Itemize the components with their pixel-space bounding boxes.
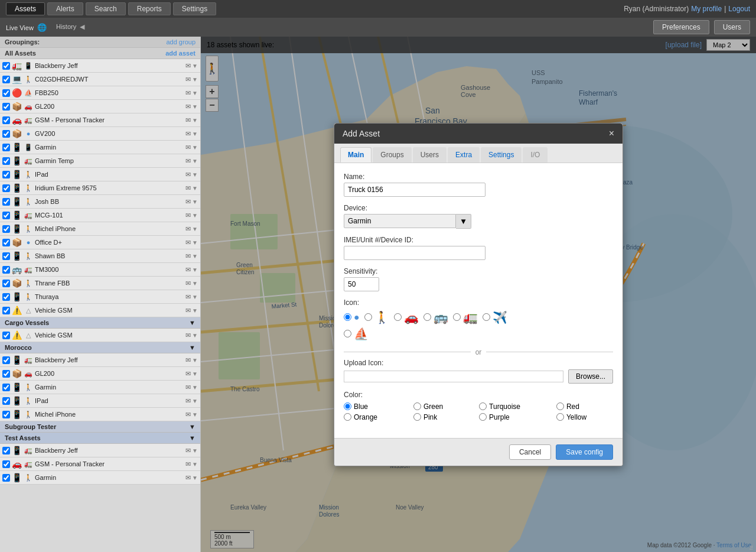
expand-icon[interactable]: ▼ [192, 226, 198, 232]
message-icon[interactable]: ✉ [185, 184, 191, 192]
asset-name[interactable]: Blackberry Jeff [35, 62, 184, 69]
asset-checkbox[interactable] [2, 144, 10, 151]
asset-checkbox[interactable] [2, 252, 10, 260]
resize-handle[interactable]: ⠿ [749, 545, 756, 552]
asset-name[interactable]: TM3000 [35, 266, 184, 273]
morocco-expand-icon[interactable]: ▼ [189, 344, 195, 351]
tab-extra[interactable]: Extra [448, 147, 480, 163]
asset-checkbox[interactable] [2, 103, 10, 111]
asset-checkbox[interactable] [2, 212, 10, 219]
color-radio-pink[interactable] [413, 413, 421, 421]
message-icon[interactable]: ✉ [185, 307, 191, 314]
color-radio-turquoise[interactable] [479, 402, 487, 410]
icon-radio-car[interactable] [394, 313, 402, 321]
asset-name[interactable]: GV200 [35, 130, 184, 137]
asset-checkbox[interactable] [2, 157, 10, 165]
asset-name[interactable]: GL200 [35, 370, 184, 377]
message-icon[interactable]: ✉ [185, 280, 191, 287]
expand-icon[interactable]: ▼ [192, 212, 198, 219]
message-icon[interactable]: ✉ [185, 293, 191, 301]
asset-checkbox[interactable] [2, 474, 10, 482]
asset-checkbox[interactable] [2, 411, 10, 418]
icon-radio-bus[interactable] [423, 313, 431, 321]
tab-assets[interactable]: Assets [6, 2, 45, 15]
expand-icon[interactable]: ▼ [192, 280, 198, 287]
add-group-link[interactable]: add group [166, 38, 195, 46]
expand-icon[interactable]: ▼ [192, 171, 198, 178]
icon-radio-dot[interactable] [344, 313, 351, 321]
tab-alerts[interactable]: Alerts [47, 2, 83, 15]
asset-name[interactable]: GSM - Personal Tracker [35, 116, 184, 124]
message-icon[interactable]: ✉ [185, 397, 191, 405]
message-icon[interactable]: ✉ [185, 144, 191, 151]
asset-checkbox[interactable] [2, 397, 10, 405]
message-icon[interactable]: ✉ [185, 198, 191, 206]
icon-radio-truck[interactable] [453, 313, 461, 321]
asset-checkbox[interactable] [2, 280, 10, 287]
asset-name[interactable]: Josh BB [35, 198, 184, 205]
expand-icon[interactable]: ▼ [192, 185, 198, 191]
asset-name[interactable]: Garmin [35, 384, 184, 391]
message-icon[interactable]: ✉ [185, 252, 191, 260]
message-icon[interactable]: ✉ [185, 103, 191, 111]
asset-name[interactable]: Vehicle GSM [35, 307, 184, 314]
message-icon[interactable]: ✉ [185, 370, 191, 378]
expand-icon[interactable]: ▼ [192, 253, 198, 259]
history-tab[interactable]: History ◀ [56, 23, 84, 32]
asset-name[interactable]: Garmin [35, 474, 184, 481]
dialog-close-button[interactable]: × [609, 128, 614, 139]
message-icon[interactable]: ✉ [185, 239, 191, 246]
asset-name[interactable]: Blackberry Jeff [35, 447, 184, 454]
asset-checkbox[interactable] [2, 184, 10, 192]
message-icon[interactable]: ✉ [185, 384, 191, 391]
color-option-pink[interactable]: Pink [413, 413, 470, 421]
live-view-tab[interactable]: Live View 🌐 [6, 23, 47, 32]
tab-reports[interactable]: Reports [128, 2, 171, 15]
asset-checkbox[interactable] [2, 332, 10, 339]
asset-checkbox[interactable] [2, 266, 10, 274]
message-icon[interactable]: ✉ [185, 474, 191, 482]
expand-icon[interactable]: ▼ [192, 103, 198, 110]
asset-checkbox[interactable] [2, 384, 10, 391]
color-option-yellow[interactable]: Yellow [556, 413, 613, 421]
color-option-turquoise[interactable]: Turquoise [479, 402, 547, 411]
expand-icon[interactable]: ▼ [192, 447, 198, 454]
expand-icon[interactable]: ▼ [192, 371, 198, 377]
message-icon[interactable]: ✉ [185, 266, 191, 274]
color-option-red[interactable]: Red [556, 402, 613, 411]
expand-icon[interactable]: ▼ [192, 475, 198, 481]
asset-name[interactable]: MCG-101 [35, 212, 184, 219]
message-icon[interactable]: ✉ [185, 332, 191, 339]
expand-icon[interactable]: ▼ [192, 411, 198, 418]
asset-name[interactable]: Garmin [35, 144, 184, 151]
message-icon[interactable]: ✉ [185, 171, 191, 178]
asset-checkbox[interactable] [2, 447, 10, 454]
expand-icon[interactable]: ▼ [192, 199, 198, 205]
message-icon[interactable]: ✉ [185, 212, 191, 219]
expand-icon[interactable]: ▼ [192, 307, 198, 314]
test-assets-expand-icon[interactable]: ▼ [189, 434, 195, 441]
asset-checkbox[interactable] [2, 293, 10, 301]
icon-option-boat[interactable]: ⛵ [344, 327, 369, 341]
cancel-button[interactable]: Cancel [509, 444, 551, 460]
icon-radio-boat[interactable] [344, 330, 351, 337]
asset-checkbox[interactable] [2, 76, 10, 83]
message-icon[interactable]: ✉ [185, 89, 191, 97]
color-radio-green[interactable] [413, 402, 421, 410]
device-select[interactable]: Garmin BlackBerry GSM [344, 214, 456, 228]
tab-io[interactable]: I/O [523, 147, 548, 163]
asset-checkbox[interactable] [2, 89, 10, 97]
expand-icon[interactable]: ▼ [192, 117, 198, 124]
expand-icon[interactable]: ▼ [192, 76, 198, 83]
asset-checkbox[interactable] [2, 130, 10, 138]
expand-icon[interactable]: ▼ [192, 294, 198, 300]
expand-icon[interactable]: ▼ [192, 131, 198, 137]
color-option-green[interactable]: Green [413, 402, 470, 411]
asset-checkbox[interactable] [2, 116, 10, 124]
asset-name[interactable]: Garmin Temp [35, 157, 184, 164]
message-icon[interactable]: ✉ [185, 62, 191, 70]
imei-input[interactable] [344, 246, 485, 260]
asset-name[interactable]: C02GDHREDJWT [35, 76, 184, 83]
subgroup-expand-icon[interactable]: ▼ [189, 423, 195, 430]
message-icon[interactable]: ✉ [185, 460, 191, 468]
